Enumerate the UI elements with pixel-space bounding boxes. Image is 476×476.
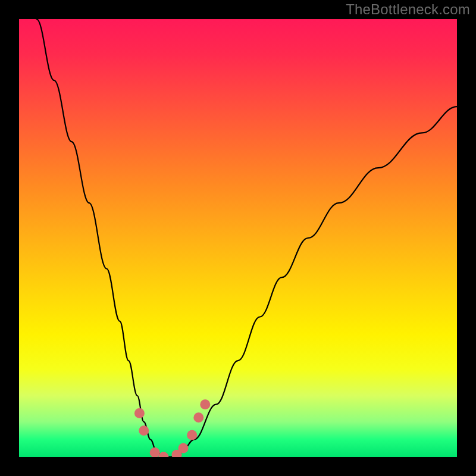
curve-marker [134, 408, 145, 418]
curve-marker [178, 443, 189, 453]
curve-marker [193, 412, 203, 422]
curve-marker [150, 447, 160, 457]
chart-frame: TheBottleneck.com [0, 0, 476, 476]
marker-group [134, 399, 210, 457]
curve-marker [200, 399, 210, 409]
curve-marker [139, 425, 149, 436]
bottleneck-curve [36, 19, 457, 457]
plot-area [19, 19, 457, 457]
curve-marker [187, 430, 197, 440]
curve-marker [158, 452, 168, 458]
watermark-label: TheBottleneck.com [346, 1, 470, 18]
line-chart [19, 19, 457, 457]
